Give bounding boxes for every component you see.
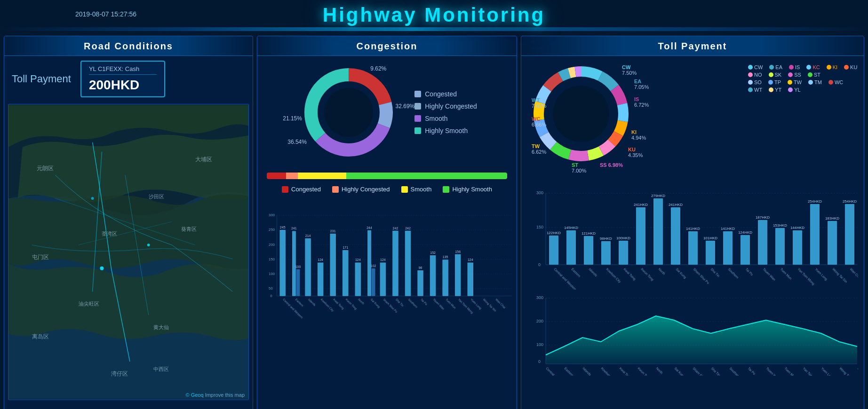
svg-rect-47	[318, 263, 323, 296]
svg-rect-145	[775, 228, 785, 265]
toll-amount: 200HKD	[89, 78, 157, 93]
svg-text:153HKD: 153HKD	[773, 223, 787, 228]
legend-ki: KI	[827, 64, 837, 70]
prog-dot-smooth	[401, 186, 408, 193]
svg-text:大埔区: 大埔区	[195, 156, 212, 163]
prog-congested	[267, 173, 286, 179]
svg-text:Southern: Southern	[727, 267, 739, 279]
svg-text:Yuen Long: Yuen Long	[470, 298, 482, 310]
svg-text:150: 150	[269, 257, 275, 261]
map-container: 元朗区 大埔区 屯门区 荃湾区 沙田区 葵青区 油尖旺区 离岛区 黄大仙 湾仔区…	[8, 104, 249, 400]
road-conditions-panel: Road Conditions Toll Payment YL C1FEXX: …	[4, 36, 253, 409]
svg-text:171: 171	[342, 246, 348, 249]
legend-label-smooth: Smooth	[425, 115, 447, 122]
svg-text:Islands: Islands	[308, 298, 317, 307]
label-is: IS6.72%	[634, 96, 649, 108]
legend-yt: YT	[769, 87, 781, 93]
map-svg: 元朗区 大埔区 屯门区 荃湾区 沙田区 葵青区 油尖旺区 离岛区 黄大仙 湾仔区…	[8, 104, 248, 400]
svg-text:油尖旺区: 油尖旺区	[79, 301, 99, 307]
legend-wc: WC	[828, 79, 843, 85]
toll-legend: CW EA IS KC KI KU NO SK SS ST SO TP TW T…	[748, 64, 858, 188]
legend-highly-smooth: Highly Smooth	[414, 127, 477, 134]
svg-text:145HKD: 145HKD	[564, 226, 578, 230]
svg-text:Wan Chai: Wan Chai	[495, 298, 506, 309]
svg-rect-143	[758, 220, 767, 265]
svg-text:141HKD: 141HKD	[686, 227, 700, 231]
map-credit: © Geoq Improve this map	[186, 392, 245, 398]
svg-text:241HKD: 241HKD	[669, 203, 683, 207]
svg-text:Tuen Mun: Tuen Mun	[784, 367, 796, 376]
svg-text:Wan Chai: Wan Chai	[849, 267, 858, 280]
congestion-legend: Congested Highly Congested Smooth Highly…	[414, 90, 477, 134]
svg-text:0: 0	[270, 294, 272, 298]
svg-rect-69	[442, 260, 448, 296]
svg-text:Yuen Long: Yuen Long	[820, 367, 834, 376]
svg-rect-139	[723, 231, 733, 265]
svg-text:Kwun Tong: Kwun Tong	[637, 367, 651, 376]
svg-text:Sha Tin: Sha Tin	[395, 298, 405, 307]
legend-ku: KU	[844, 64, 857, 70]
prog-dot-congested	[282, 186, 288, 193]
svg-text:Tsuen Wan: Tsuen Wan	[765, 367, 780, 376]
svg-text:Kowloon City: Kowloon City	[600, 367, 617, 376]
pct-top: 9.62%	[370, 65, 386, 72]
svg-text:Wong Tai Sin: Wong Tai Sin	[839, 367, 855, 376]
svg-text:North: North	[358, 298, 365, 305]
prog-legend-congested: Congested	[282, 186, 321, 193]
svg-text:Sha Tin: Sha Tin	[710, 367, 721, 376]
legend-tw: TW	[788, 79, 802, 85]
svg-rect-41	[292, 231, 296, 296]
congestion-panel: Congestion 9.62% 32.69% 36.54% 21.15%	[257, 36, 517, 409]
svg-text:离岛区: 离岛区	[32, 333, 49, 340]
legend-highly-congested: Highly Congested	[414, 102, 477, 110]
svg-text:183HKD: 183HKD	[825, 216, 839, 220]
svg-point-6	[147, 244, 150, 246]
toll-legend-row1: CW EA IS KC KI KU NO SK SS ST	[748, 64, 858, 78]
svg-text:Eastern: Eastern	[571, 267, 581, 278]
svg-text:Southern: Southern	[407, 298, 418, 308]
congestion-title: Congestion	[257, 36, 517, 56]
svg-rect-67	[430, 255, 436, 296]
svg-text:Sai Kung: Sai Kung	[370, 298, 381, 308]
svg-text:241: 241	[291, 227, 297, 230]
svg-text:Kowloon City: Kowloon City	[605, 267, 622, 284]
svg-rect-55	[367, 230, 371, 296]
svg-text:Kwun Tong: Kwun Tong	[345, 298, 358, 310]
svg-rect-125	[601, 241, 611, 265]
svg-rect-49	[330, 234, 335, 296]
svg-rect-147	[793, 230, 802, 265]
svg-text:200: 200	[269, 243, 275, 247]
legend-dot-smooth	[414, 115, 421, 122]
svg-text:144HKD: 144HKD	[790, 226, 804, 230]
toll-payment-title: Toll Payment	[521, 36, 864, 56]
svg-rect-153	[845, 204, 854, 265]
svg-text:124: 124	[318, 258, 323, 261]
svg-text:300: 300	[536, 295, 543, 300]
svg-text:124HKD: 124HKD	[738, 230, 752, 235]
prog-label-highly-smooth: Highly Smooth	[452, 186, 492, 193]
svg-rect-129	[636, 207, 645, 265]
svg-text:300: 300	[269, 213, 275, 217]
legend-kc: KC	[806, 64, 820, 70]
legend-yl: YL	[788, 87, 800, 93]
svg-text:187HKD: 187HKD	[756, 215, 770, 220]
toll-payment-panel: Toll Payment	[521, 36, 864, 409]
svg-text:荃湾区: 荃湾区	[102, 231, 117, 236]
svg-text:Sham Shui Po: Sham Shui Po	[692, 367, 709, 376]
svg-rect-53	[355, 263, 361, 296]
svg-rect-119	[549, 236, 558, 265]
progress-legend: Congested Highly Congested Smooth Highly…	[257, 183, 517, 196]
toll-payment-label: Toll Payment	[12, 73, 71, 85]
svg-rect-137	[706, 241, 715, 265]
legend-sk: SK	[769, 72, 782, 78]
svg-text:Kwai Tsing: Kwai Tsing	[623, 267, 637, 281]
svg-text:102: 102	[371, 264, 376, 267]
toll-legend-row2: SO TP TW TM WC WT YT YL	[748, 79, 858, 93]
svg-rect-135	[688, 231, 698, 265]
svg-rect-127	[619, 241, 628, 265]
svg-text:湾仔区: 湾仔区	[111, 370, 128, 377]
road-conditions-title: Road Conditions	[4, 36, 253, 56]
svg-rect-45	[305, 238, 311, 296]
legend-dot-congested	[414, 91, 421, 97]
prog-label-highly-congested: Highly Congested	[342, 186, 390, 193]
